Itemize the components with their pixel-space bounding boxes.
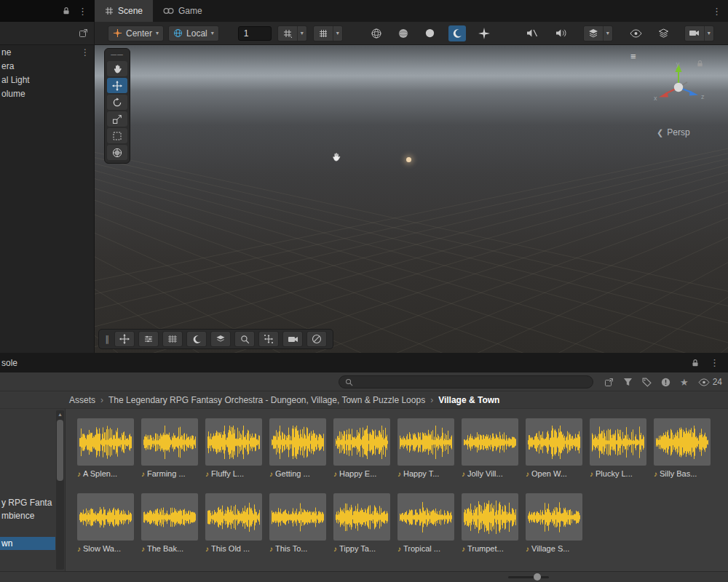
- shading-wireframe-toggle[interactable]: [368, 25, 385, 41]
- gizmo-center-sphere[interactable]: [674, 83, 683, 92]
- asset-tile[interactable]: ♪Fluffy L...: [205, 418, 262, 478]
- audioclip-thumbnail: [397, 493, 454, 541]
- grid-size-field[interactable]: 1: [238, 26, 272, 41]
- filter-by-label-icon[interactable]: [642, 378, 652, 387]
- search-input[interactable]: [357, 377, 587, 387]
- asset-tile[interactable]: ♪Trumpet...: [462, 493, 518, 553]
- move-snap-button[interactable]: [114, 331, 135, 347]
- asset-tile[interactable]: ♪This Old ...: [205, 493, 262, 553]
- shading-shaded-toggle[interactable]: [395, 25, 412, 41]
- breadcrumb-item[interactable]: Assets: [69, 395, 95, 405]
- filter-by-type-icon[interactable]: [623, 378, 633, 386]
- asset-tile[interactable]: ♪Tropical ...: [397, 493, 454, 553]
- asset-tile[interactable]: ♪Slow Wa...: [77, 493, 134, 553]
- asset-tile[interactable]: ♪The Bak...: [141, 493, 198, 553]
- window-tab-bar: ⋮ Scene Game ⋮: [0, 0, 728, 22]
- audio-mute-toggle[interactable]: [523, 25, 541, 41]
- lighting-toggle[interactable]: [422, 25, 439, 41]
- project-folder-item[interactable]: mbience: [0, 509, 65, 522]
- mixer-button[interactable]: [138, 331, 159, 347]
- pivot-mode-button[interactable]: Center ▾: [108, 25, 164, 41]
- flare-toggle[interactable]: [475, 25, 493, 41]
- zoom-slider-knob[interactable]: [534, 573, 541, 581]
- popout-icon[interactable]: [79, 28, 88, 38]
- asset-tile[interactable]: ♪Jolly Vill...: [462, 418, 518, 478]
- kebab-menu-icon[interactable]: ⋮: [712, 7, 721, 16]
- asset-tile[interactable]: ♪Farming ...: [141, 418, 198, 478]
- scene-view[interactable]: ── ≡: [95, 45, 728, 353]
- rect-tool-button[interactable]: [107, 128, 127, 143]
- project-folder-item[interactable]: y RPG Fanta: [0, 496, 65, 509]
- transform-tool-button[interactable]: [107, 145, 127, 160]
- rotate-tool-button[interactable]: [107, 95, 127, 110]
- compass-button[interactable]: [306, 331, 327, 347]
- grid-display-button[interactable]: [162, 331, 183, 347]
- scale-tool-button[interactable]: [107, 111, 127, 127]
- kebab-menu-icon[interactable]: ⋮: [710, 358, 719, 367]
- projection-toggle[interactable]: ❮ Persp: [657, 127, 690, 137]
- sidebar-scrollbar[interactable]: ▲: [56, 410, 64, 570]
- asset-tile[interactable]: ♪Silly Bas...: [654, 418, 711, 478]
- lock-icon[interactable]: [691, 359, 700, 367]
- scene-visibility-toggle[interactable]: [628, 25, 645, 41]
- scroll-up-icon[interactable]: ▲: [56, 410, 64, 419]
- overlay-menu-icon[interactable]: ≡: [630, 51, 636, 62]
- asset-tile[interactable]: ♪Happy T...: [397, 418, 454, 478]
- move-tool-button[interactable]: [107, 78, 127, 93]
- x-axis-cone[interactable]: [659, 92, 668, 97]
- z-axis-cone[interactable]: [689, 91, 698, 96]
- lock-icon[interactable]: [62, 7, 71, 15]
- grid-visibility-button[interactable]: ▾: [313, 25, 343, 41]
- hierarchy-item[interactable]: olume: [0, 87, 94, 100]
- project-folder-item[interactable]: wn: [0, 537, 55, 550]
- breadcrumb-item[interactable]: Village & Town: [438, 395, 499, 405]
- warning-icon[interactable]: [661, 378, 670, 387]
- audio-playback-toggle[interactable]: [553, 25, 570, 41]
- asset-tile[interactable]: ♪Open W...: [526, 418, 582, 478]
- search-button[interactable]: [234, 331, 255, 347]
- drag-handle-icon[interactable]: ──: [111, 52, 124, 60]
- effects-dropdown-button[interactable]: ▾: [583, 25, 613, 41]
- breadcrumb: Assets›The Legendary RPG Fantasy Orchest…: [0, 391, 728, 409]
- visible-count-toggle[interactable]: 24: [698, 377, 722, 387]
- asset-tile[interactable]: ♪Happy E...: [333, 418, 390, 478]
- asset-tile[interactable]: ♪Plucky L...: [590, 418, 646, 478]
- search-box[interactable]: [339, 375, 593, 388]
- orientation-gizmo[interactable]: y x z: [649, 57, 708, 115]
- chevron-down-icon[interactable]: ▾: [603, 26, 612, 41]
- asset-tile[interactable]: ♪A Splen...: [77, 418, 134, 478]
- hierarchy-item[interactable]: ne⋮: [0, 45, 94, 59]
- snap-move-button[interactable]: [258, 331, 279, 347]
- breadcrumb-item[interactable]: The Legendary RPG Fantasy Orchestra - Du…: [108, 395, 425, 405]
- thumbnail-zoom-slider[interactable]: [508, 576, 549, 578]
- layers-paint-button[interactable]: [210, 331, 231, 347]
- drag-handle-icon[interactable]: ∥: [105, 334, 109, 344]
- hierarchy-item[interactable]: era: [0, 59, 94, 73]
- asset-tile[interactable]: ♪Getting ...: [269, 418, 326, 478]
- asset-label: ♪Plucky L...: [590, 469, 646, 478]
- scrollbar-thumb[interactable]: [57, 420, 63, 481]
- favorites-star-icon[interactable]: ★: [680, 377, 689, 388]
- chevron-down-icon[interactable]: ▾: [704, 26, 713, 41]
- snap-increment-button[interactable]: ▾: [277, 25, 307, 41]
- project-toolbar: ★ 24: [0, 372, 728, 391]
- asset-tile[interactable]: ♪Tippy Ta...: [333, 493, 390, 553]
- chevron-down-icon[interactable]: ▾: [297, 26, 306, 41]
- camera-preview-button[interactable]: [282, 331, 303, 347]
- camera-dropdown-button[interactable]: ▾: [684, 25, 714, 41]
- tab-console[interactable]: sole: [0, 358, 17, 368]
- hierarchy-item[interactable]: al Light: [0, 73, 94, 87]
- kebab-menu-icon[interactable]: ⋮: [81, 47, 94, 57]
- open-search-window-icon[interactable]: [604, 378, 614, 387]
- scene-lighting-toggle[interactable]: [448, 25, 466, 41]
- orientation-mode-button[interactable]: Local ▾: [168, 25, 219, 41]
- asset-tile[interactable]: ♪Village S...: [526, 493, 582, 553]
- scene-light-button[interactable]: [186, 331, 207, 347]
- asset-tile[interactable]: ♪This To...: [269, 493, 326, 553]
- kebab-menu-icon[interactable]: ⋮: [78, 7, 87, 16]
- tab-scene[interactable]: Scene: [95, 0, 153, 22]
- chevron-down-icon[interactable]: ▾: [333, 26, 342, 41]
- layers-toggle[interactable]: [655, 25, 673, 41]
- tab-game[interactable]: Game: [153, 0, 213, 22]
- view-tool-button[interactable]: [107, 61, 127, 76]
